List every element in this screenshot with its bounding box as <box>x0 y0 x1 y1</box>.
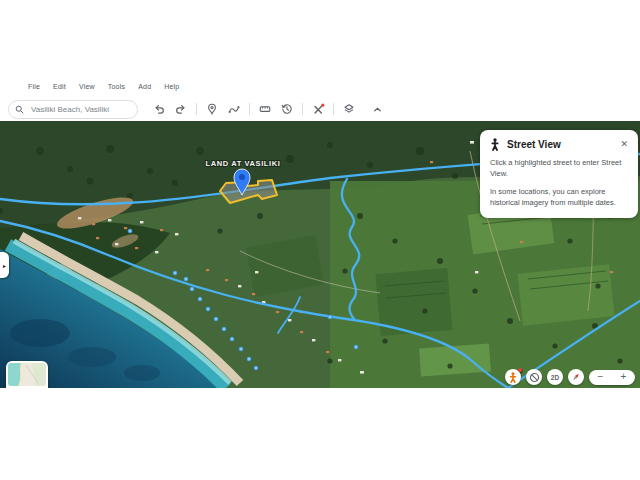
new-feature-badge <box>321 103 324 106</box>
street-view-tools-icon[interactable] <box>309 100 327 118</box>
parcel-label: LAND AT VASILIKI <box>206 159 281 168</box>
menu-view[interactable]: View <box>79 83 95 90</box>
app-header: File Edit View Tools Add Help <box>0 0 640 121</box>
toolbar-divider <box>302 103 303 115</box>
redo-icon[interactable] <box>172 100 190 118</box>
historical-imagery-icon[interactable] <box>278 100 296 118</box>
zoom-control: − + <box>589 370 635 385</box>
pegman-icon <box>490 138 500 151</box>
menu-file[interactable]: File <box>28 83 40 90</box>
search-box[interactable] <box>8 100 138 119</box>
pegman-icon <box>508 372 518 383</box>
draw-path-icon[interactable] <box>225 100 243 118</box>
toolbar-divider <box>249 103 250 115</box>
menu-edit[interactable]: Edit <box>53 83 66 90</box>
toolbar-divider <box>333 103 334 115</box>
street-view-instruction: Click a highlighted street to enter Stre… <box>490 158 628 180</box>
toolbar-icons <box>148 100 388 118</box>
pegman-button[interactable] <box>505 369 521 385</box>
hide-coverage-button[interactable] <box>526 369 542 385</box>
street-view-panel: Street View ✕ Click a highlighted street… <box>480 130 638 218</box>
measure-icon[interactable] <box>256 100 274 118</box>
search-icon <box>15 105 24 114</box>
minimap-overlay[interactable] <box>6 361 48 388</box>
pegman-new-badge <box>518 368 522 372</box>
toolbar-divider <box>196 103 197 115</box>
compass-button[interactable] <box>568 369 584 385</box>
sidebar-expand-handle[interactable]: ▸ <box>0 252 9 278</box>
street-view-title: Street View <box>507 139 620 150</box>
layers-icon[interactable] <box>340 100 358 118</box>
menu-help[interactable]: Help <box>164 83 179 90</box>
menu-bar: File Edit View Tools Add Help <box>28 83 179 90</box>
collapse-toolbar-icon[interactable] <box>368 100 386 118</box>
menu-tools[interactable]: Tools <box>108 83 125 90</box>
undo-icon[interactable] <box>150 100 168 118</box>
mode-2d-button[interactable]: 2D <box>547 369 563 385</box>
street-view-note: In some locations, you can explore histo… <box>490 187 628 209</box>
toolbar <box>8 98 388 120</box>
minimap-thumbnail <box>8 363 46 386</box>
google-earth-window: File Edit View Tools Add Help <box>0 0 640 480</box>
close-icon[interactable]: ✕ <box>620 140 628 149</box>
zoom-out-button[interactable]: − <box>598 372 604 382</box>
slashed-circle-icon <box>529 372 540 383</box>
search-input[interactable] <box>29 104 131 115</box>
add-placemark-icon[interactable] <box>203 100 221 118</box>
compass-icon <box>570 371 582 383</box>
map-controls: 2D − + <box>505 369 635 385</box>
menu-add[interactable]: Add <box>138 83 151 90</box>
zoom-in-button[interactable]: + <box>621 372 627 382</box>
